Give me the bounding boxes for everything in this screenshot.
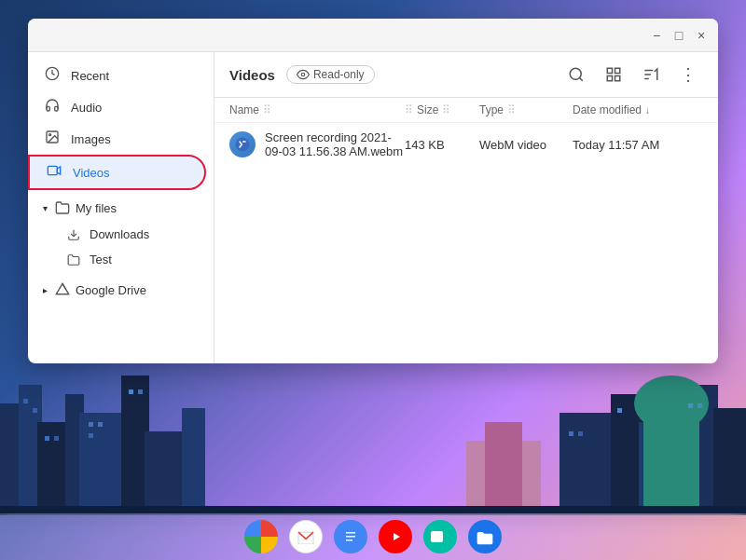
file-type: WebM video [479, 138, 573, 152]
svg-rect-7 [182, 408, 205, 515]
svg-rect-15 [129, 389, 133, 394]
close-button[interactable]: × [692, 26, 711, 45]
images-label: Images [71, 132, 111, 146]
audio-label: Audio [71, 101, 102, 115]
sidebar-item-images[interactable]: Images [28, 123, 206, 155]
taskbar [0, 513, 746, 560]
svg-rect-9 [33, 408, 37, 413]
svg-rect-8 [23, 399, 28, 403]
col-name-drag: ⠿ [263, 103, 271, 116]
svg-rect-14 [89, 433, 93, 438]
svg-point-34 [49, 134, 51, 136]
svg-rect-40 [607, 68, 612, 73]
svg-rect-25 [578, 431, 583, 436]
taskbar-gmail[interactable] [289, 520, 323, 553]
svg-rect-12 [89, 422, 93, 427]
sidebar-group-googledrive-header[interactable]: ▸ Google Drive [28, 276, 214, 304]
webm-thumb-icon [234, 136, 251, 153]
taskbar-meet[interactable] [423, 520, 457, 553]
more-options-button[interactable]: ⋮ [673, 60, 703, 89]
docs-icon [343, 527, 358, 546]
file-name-cell: Screen recording 2021-09-03 11.56.38 AM.… [229, 130, 405, 158]
svg-rect-49 [346, 532, 355, 534]
col-size-drag: ⠿ [405, 103, 413, 116]
svg-point-22 [634, 376, 709, 431]
svg-rect-2 [37, 422, 75, 515]
toolbar-actions: ⋮ [561, 60, 703, 89]
taskbar-youtube[interactable] [379, 520, 412, 553]
sidebar-item-downloads[interactable]: Downloads [28, 222, 214, 247]
col-size-sort: ⠿ [442, 103, 450, 116]
videos-icon [45, 163, 63, 182]
taskbar-chrome[interactable] [244, 520, 278, 553]
col-date-header[interactable]: Date modified ↓ [573, 103, 703, 116]
svg-rect-35 [48, 166, 57, 174]
googledrive-label: Google Drive [76, 283, 146, 297]
myfiles-label: My files [76, 201, 117, 215]
col-date-label: Date modified [573, 103, 642, 116]
file-list-header: Name ⠿ ⠿ Size ⠿ Type ⠿ Date modified ↓ [214, 98, 718, 123]
readonly-badge: Read-only [286, 65, 375, 84]
sidebar-group-myfiles-header[interactable]: ▾ My files [28, 194, 214, 222]
svg-rect-6 [145, 431, 186, 515]
svg-rect-18 [611, 394, 643, 515]
grid-icon [605, 66, 622, 83]
svg-rect-43 [615, 76, 620, 81]
search-button[interactable] [561, 60, 591, 89]
taskbar-docs[interactable] [334, 520, 367, 553]
grid-view-button[interactable] [599, 60, 629, 89]
svg-rect-29 [466, 441, 541, 515]
googledrive-icon [55, 282, 70, 297]
file-date-modified: Today 11:57 AM [573, 138, 703, 152]
col-name-header[interactable]: Name ⠿ [229, 103, 405, 116]
svg-rect-27 [688, 403, 693, 408]
svg-rect-5 [121, 376, 149, 515]
sort-az-button[interactable] [636, 60, 666, 89]
images-icon [43, 130, 62, 148]
col-date-sort-icon: ↓ [645, 105, 650, 116]
downloads-label: Downloads [90, 227, 149, 241]
svg-rect-42 [607, 76, 612, 81]
svg-rect-0 [0, 403, 28, 515]
svg-rect-54 [431, 531, 443, 542]
svg-rect-19 [639, 422, 685, 515]
col-type-header[interactable]: Type ⠿ [479, 103, 573, 116]
svg-rect-20 [681, 385, 718, 515]
svg-point-37 [301, 73, 305, 76]
col-type-sort: ⠿ [507, 103, 516, 116]
sidebar-item-audio[interactable]: Audio [28, 91, 206, 123]
maximize-button[interactable]: □ [670, 26, 688, 45]
svg-rect-16 [138, 389, 143, 394]
svg-rect-3 [65, 394, 84, 515]
files-icon [476, 528, 494, 545]
sidebar-item-videos[interactable]: Videos [28, 155, 206, 190]
test-label: Test [90, 253, 112, 266]
col-size-label: Size [417, 103, 438, 116]
file-name: Screen recording 2021-09-03 11.56.38 AM.… [265, 130, 405, 158]
audio-icon [43, 98, 62, 116]
svg-rect-28 [698, 403, 702, 408]
sidebar-item-recent[interactable]: Recent [28, 60, 206, 91]
svg-rect-24 [569, 431, 573, 436]
sidebar-item-test[interactable]: Test [28, 247, 214, 272]
test-folder-icon [67, 253, 80, 266]
taskbar-files[interactable] [468, 520, 502, 553]
svg-rect-4 [79, 413, 126, 515]
content-title: Videos [229, 67, 275, 83]
title-bar: − □ × [28, 19, 718, 52]
table-row[interactable]: Screen recording 2021-09-03 11.56.38 AM.… [214, 123, 718, 166]
svg-rect-1 [19, 385, 42, 515]
svg-rect-41 [615, 68, 620, 73]
svg-rect-51 [346, 540, 352, 541]
col-size-header[interactable]: ⠿ Size ⠿ [405, 103, 479, 116]
window-body: Recent Audio Images [28, 52, 718, 363]
content-toolbar: Videos Read-only [214, 52, 718, 98]
sidebar-group-googledrive: ▸ Google Drive [28, 276, 214, 304]
minimize-button[interactable]: − [647, 26, 666, 45]
svg-rect-26 [617, 408, 622, 413]
search-icon [568, 66, 585, 83]
svg-rect-17 [560, 413, 615, 515]
svg-rect-50 [346, 536, 355, 538]
svg-rect-23 [643, 403, 699, 515]
recent-label: Recent [71, 69, 109, 83]
